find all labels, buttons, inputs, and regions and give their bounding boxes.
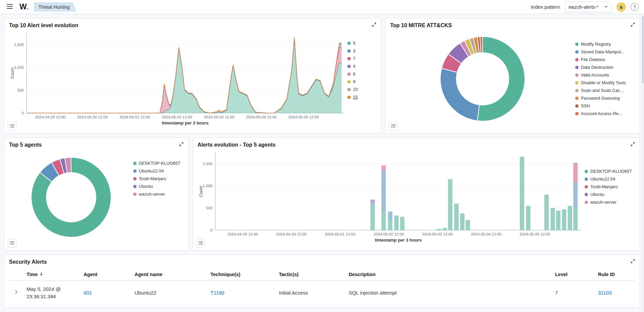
bar-segment[interactable] xyxy=(526,206,530,230)
legend-swatch xyxy=(575,58,579,61)
donut-slice[interactable] xyxy=(478,37,525,121)
legend-item[interactable]: Stored Data Manipul... xyxy=(575,49,635,54)
col-header-description[interactable]: Description xyxy=(346,268,552,280)
legend-item[interactable]: 5 xyxy=(347,41,376,46)
col-header-rule-id[interactable]: Rule ID xyxy=(595,268,635,280)
legend-swatch xyxy=(347,42,351,45)
col-header-techniques[interactable]: Technique(s) xyxy=(208,268,276,280)
col-header-agent[interactable]: Agent xyxy=(81,268,132,280)
expand-row-button[interactable] xyxy=(12,289,21,297)
legend-swatch xyxy=(585,201,588,204)
legend-item[interactable]: 3 xyxy=(347,48,376,53)
legend-label: Valid Accounts xyxy=(581,72,609,77)
agent-link[interactable]: 001 xyxy=(84,290,92,296)
legend-item[interactable]: wazuh-server xyxy=(585,200,635,205)
legend-item[interactable]: Tostti-Manjaro xyxy=(585,184,635,189)
legend-item[interactable]: Ubuntu22.04 xyxy=(133,168,184,173)
bar-segment[interactable] xyxy=(448,179,452,230)
legend-toggle-button[interactable] xyxy=(196,239,205,248)
wazuh-logo[interactable]: W. xyxy=(19,2,29,11)
legend-label: Ubuntu xyxy=(590,192,604,197)
legend-item[interactable]: 7 xyxy=(347,56,376,61)
bar-segment[interactable] xyxy=(381,170,386,212)
legend-item[interactable]: Sudo and Sudo Cac... xyxy=(575,88,635,93)
bar-segment[interactable] xyxy=(573,164,578,183)
svg-text:2024-05-05 12:00: 2024-05-05 12:00 xyxy=(288,115,319,119)
svg-text:1,000: 1,000 xyxy=(14,65,24,69)
legend-toggle-button[interactable] xyxy=(389,122,398,131)
expand-panel-icon[interactable] xyxy=(629,258,636,266)
bar-segment[interactable] xyxy=(460,213,464,230)
legend-item[interactable]: File Deletion xyxy=(575,57,635,62)
legend-item[interactable]: 10 xyxy=(347,87,376,92)
bar-segment[interactable] xyxy=(437,229,441,230)
legend-item[interactable]: wazuh-server xyxy=(133,192,184,197)
legend-item[interactable]: Disable or Modify Tools xyxy=(575,80,635,85)
legend-item[interactable]: Data Destruction xyxy=(575,65,635,70)
legend-item[interactable]: Account Access Re... xyxy=(575,111,635,116)
cell-agent-name: Ubuntu22 xyxy=(132,284,208,301)
bar-segment[interactable] xyxy=(400,217,404,230)
legend-toggle-button[interactable] xyxy=(8,239,16,248)
bar-segment[interactable] xyxy=(556,211,560,230)
legend-item[interactable]: SSH xyxy=(575,103,635,108)
avatar[interactable]: a xyxy=(616,2,626,12)
area-series-5[interactable] xyxy=(27,38,342,113)
bar-segment[interactable] xyxy=(567,206,572,230)
bar-segment[interactable] xyxy=(381,165,386,170)
col-header-expander xyxy=(9,271,24,278)
legend-item[interactable]: 4 xyxy=(347,64,376,69)
legend-item[interactable]: Valid Accounts xyxy=(575,72,635,77)
bar-segment[interactable] xyxy=(442,228,447,230)
menu-button[interactable] xyxy=(5,2,14,11)
rule-id-link[interactable]: 31103 xyxy=(598,290,612,296)
expand-panel-icon[interactable] xyxy=(370,21,378,29)
expand-panel-icon[interactable] xyxy=(629,21,636,29)
bar-segment[interactable] xyxy=(573,209,578,230)
bar-segment[interactable] xyxy=(550,208,555,230)
col-header-agent-name[interactable]: Agent name xyxy=(132,268,208,280)
bar-segment[interactable] xyxy=(394,215,398,230)
expand-panel-icon[interactable] xyxy=(178,141,185,149)
bar-segment[interactable] xyxy=(388,212,392,219)
legend-item[interactable]: 15 xyxy=(347,95,376,100)
bar-segment[interactable] xyxy=(562,209,566,230)
bar-segment[interactable] xyxy=(573,163,578,164)
bar-segment[interactable] xyxy=(370,204,375,230)
legend-item[interactable]: DESKTOP-KLUO65T xyxy=(585,169,635,174)
legend-item[interactable]: Ubuntu xyxy=(585,192,635,197)
technique-link[interactable]: T1190 xyxy=(210,290,224,296)
col-header-time[interactable]: Time xyxy=(24,268,81,280)
bar-segment[interactable] xyxy=(465,220,470,230)
scrollbar-thumb[interactable] xyxy=(642,16,644,83)
col-header-tactics[interactable]: Tactic(s) xyxy=(276,268,346,280)
bar-segment[interactable] xyxy=(519,157,524,230)
dashboard: Top 10 Alert level evolution 05001,0001,… xyxy=(0,14,644,312)
legend-item[interactable]: 8 xyxy=(347,71,376,76)
bar-segment[interactable] xyxy=(454,204,458,230)
col-header-level[interactable]: Level xyxy=(552,268,595,280)
legend-label: Stored Data Manipul... xyxy=(581,49,624,54)
bar-segment[interactable] xyxy=(388,219,392,230)
legend-item[interactable]: Tostti-Manjaro xyxy=(133,176,184,181)
cell-level: 7 xyxy=(552,284,595,301)
expand-panel-icon[interactable] xyxy=(629,141,636,149)
panel-title-agents-evolution: Alerts evolution - Top 5 agents xyxy=(198,142,276,148)
legend-item[interactable]: Password Guessing xyxy=(575,96,635,101)
legend-item[interactable]: 9 xyxy=(347,79,376,84)
legend-item[interactable]: Ubuntu22.04 xyxy=(585,176,635,181)
donut-slice[interactable] xyxy=(440,68,479,121)
breadcrumb[interactable]: Threat Hunting xyxy=(34,2,77,12)
legend-item[interactable]: Ubuntu xyxy=(133,184,184,189)
legend-item[interactable]: DESKTOP-KLUO65T xyxy=(133,161,184,166)
scrollbar[interactable] xyxy=(642,14,644,312)
bar-segment[interactable] xyxy=(573,183,578,209)
index-pattern-select[interactable]: wazuh-alerts-* xyxy=(565,2,612,12)
help-button[interactable]: ? xyxy=(631,3,639,11)
bar-segment[interactable] xyxy=(381,212,386,230)
bar-segment[interactable] xyxy=(544,195,549,230)
legend-item[interactable]: Modify Registry xyxy=(575,42,635,47)
legend-label: 5 xyxy=(353,41,355,46)
bar-segment[interactable] xyxy=(370,200,375,204)
legend-toggle-button[interactable] xyxy=(8,122,16,131)
